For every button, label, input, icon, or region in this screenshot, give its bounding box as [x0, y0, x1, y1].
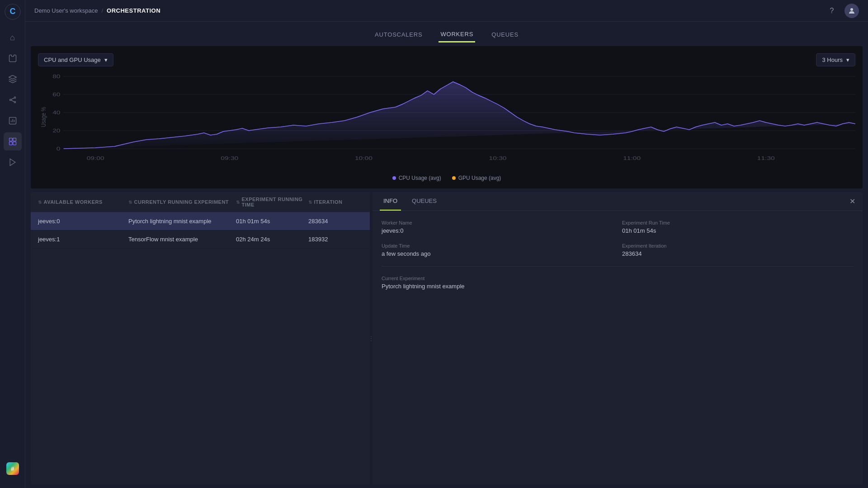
experiment-name-0: Pytorch lightning mnist example [128, 218, 236, 225]
main-tabs: AUTOSCALERS WORKERS QUEUES [25, 22, 868, 42]
table-row[interactable]: jeeves:1 TensorFlow mnist example 02h 24… [31, 230, 370, 249]
sidebar-item-pipelines[interactable] [4, 91, 22, 109]
info-tab-queues[interactable]: QUEUES [408, 192, 440, 211]
svg-rect-14 [9, 142, 12, 145]
chart-legend: CPU Usage (avg) GPU Usage (avg) [38, 175, 855, 181]
workers-table: ⇅ AVAILABLE WORKERS ⇅ CURRENTLY RUNNING … [31, 192, 370, 484]
svg-text:10:30: 10:30 [489, 155, 507, 161]
breadcrumb-workspace[interactable]: Demo User's workspace [34, 7, 98, 14]
svg-text:Usage %: Usage % [39, 107, 47, 127]
chart-timerange-dropdown[interactable]: 3 Hours ▾ [816, 53, 855, 66]
svg-text:C: C [9, 7, 15, 16]
table-row[interactable]: jeeves:0 Pytorch lightning mnist example… [31, 212, 370, 230]
sidebar-item-home[interactable]: ⌂ [4, 28, 22, 47]
info-panel-content: Worker Name jeeves:0 Experiment Run Time… [373, 211, 863, 484]
cpu-legend-dot [392, 176, 396, 180]
running-time-0: 01h 01m 54s [236, 218, 308, 225]
field-update-time: Update Time a few seconds ago [382, 243, 613, 257]
info-tab-info[interactable]: INFO [380, 192, 401, 211]
experiment-name-1: TensorFlow mnist example [128, 236, 236, 243]
breadcrumb-separator: / [101, 7, 103, 14]
sort-icon-time: ⇅ [236, 200, 240, 205]
update-time-value: a few seconds ago [382, 250, 613, 257]
gpu-legend-label: GPU Usage (avg) [458, 175, 501, 181]
svg-point-17 [850, 8, 853, 11]
chart-section: CPU and GPU Usage ▾ 3 Hours ▾ [31, 46, 863, 188]
worker-name-0: jeeves:0 [38, 218, 128, 225]
col-header-running-time[interactable]: ⇅ EXPERIMENT RUNNING TIME [236, 197, 308, 207]
sidebar: C ⌂ [0, 0, 25, 488]
svg-text:40: 40 [52, 110, 60, 115]
svg-point-4 [14, 97, 15, 98]
topbar-actions: ? [825, 4, 859, 18]
svg-line-7 [11, 100, 14, 102]
sidebar-item-orchestration[interactable] [4, 132, 22, 150]
svg-line-6 [11, 98, 14, 99]
tab-queues[interactable]: QUEUES [490, 28, 520, 42]
svg-rect-13 [13, 138, 16, 141]
current-experiment-value: Pytorch lightning mnist example [382, 283, 854, 290]
sidebar-item-slack[interactable]: # [4, 460, 22, 478]
topbar: Demo User's workspace / ORCHESTRATION ? [25, 0, 868, 22]
iteration-0: 283634 [308, 218, 363, 225]
usage-chart: 80 60 40 20 0 Usage % 09:00 09:30 10:00 … [38, 72, 855, 162]
running-time-1: 02h 24m 24s [236, 236, 308, 243]
field-experiment-run-time: Experiment Run Time 01h 01m 54s [622, 220, 854, 234]
worker-name-label: Worker Name [382, 220, 613, 225]
experiment-iteration-value: 283634 [622, 250, 854, 257]
sort-icon-exp: ⇅ [128, 200, 132, 205]
help-button[interactable]: ? [825, 4, 839, 18]
experiment-run-time-label: Experiment Run Time [622, 220, 854, 225]
sidebar-item-reports[interactable] [4, 112, 22, 130]
bottom-panel: ⇅ AVAILABLE WORKERS ⇅ CURRENTLY RUNNING … [31, 192, 863, 484]
update-time-label: Update Time [382, 243, 613, 249]
app-logo[interactable]: C [5, 4, 21, 20]
experiment-run-time-value: 01h 01m 54s [622, 227, 854, 234]
worker-name-1: jeeves:1 [38, 236, 128, 243]
chart-metric-dropdown[interactable]: CPU and GPU Usage ▾ [38, 53, 113, 66]
worker-name-value: jeeves:0 [382, 227, 613, 234]
info-divider [382, 266, 854, 267]
svg-marker-2 [9, 75, 16, 79]
svg-text:80: 80 [52, 74, 60, 79]
col-header-experiment[interactable]: ⇅ CURRENTLY RUNNING EXPERIMENT [128, 197, 236, 207]
field-experiment-iteration: Experiment Iteration 283634 [622, 243, 854, 257]
svg-rect-15 [13, 142, 16, 145]
field-worker-name: Worker Name jeeves:0 [382, 220, 613, 234]
svg-rect-12 [9, 138, 12, 141]
tab-workers[interactable]: WORKERS [439, 27, 475, 42]
breadcrumb: Demo User's workspace / ORCHESTRATION [34, 7, 160, 14]
chart-container: 80 60 40 20 0 Usage % 09:00 09:30 10:00 … [38, 72, 855, 171]
svg-text:11:30: 11:30 [757, 155, 775, 161]
breadcrumb-section: ORCHESTRATION [107, 7, 160, 14]
svg-text:11:00: 11:00 [623, 155, 641, 161]
field-current-experiment: Current Experiment Pytorch lightning mni… [382, 276, 854, 290]
svg-text:09:00: 09:00 [87, 155, 104, 161]
sidebar-item-deploy[interactable] [4, 153, 22, 171]
table-header: ⇅ AVAILABLE WORKERS ⇅ CURRENTLY RUNNING … [31, 192, 370, 212]
svg-text:09:30: 09:30 [221, 155, 238, 161]
sidebar-item-models[interactable] [4, 70, 22, 88]
col-header-worker[interactable]: ⇅ AVAILABLE WORKERS [38, 197, 128, 207]
chart-timerange-label: 3 Hours [822, 56, 843, 63]
svg-text:10:00: 10:00 [355, 155, 373, 161]
avatar[interactable] [844, 4, 859, 18]
svg-point-5 [14, 101, 15, 103]
current-experiment-label: Current Experiment [382, 276, 854, 281]
gpu-legend-dot [452, 176, 456, 180]
tab-autoscalers[interactable]: AUTOSCALERS [373, 28, 424, 42]
iteration-1: 183932 [308, 236, 363, 243]
cpu-legend-label: CPU Usage (avg) [399, 175, 441, 181]
svg-text:20: 20 [52, 128, 60, 133]
sidebar-item-experiment[interactable] [4, 49, 22, 67]
chevron-down-icon: ▾ [104, 56, 108, 63]
chart-metric-label: CPU and GPU Usage [44, 56, 101, 63]
worker-info-panel: INFO QUEUES ✕ Worker Name jeeves:0 Exper… [373, 192, 863, 484]
page-content: AUTOSCALERS WORKERS QUEUES CPU and GPU U… [25, 22, 868, 488]
info-panel-close-button[interactable]: ✕ [849, 197, 855, 206]
svg-text:60: 60 [52, 92, 60, 97]
legend-gpu: GPU Usage (avg) [452, 175, 501, 181]
legend-cpu: CPU Usage (avg) [392, 175, 441, 181]
col-header-iteration[interactable]: ⇅ ITERATION [308, 197, 363, 207]
info-panel-tabs: INFO QUEUES ✕ [373, 192, 863, 211]
